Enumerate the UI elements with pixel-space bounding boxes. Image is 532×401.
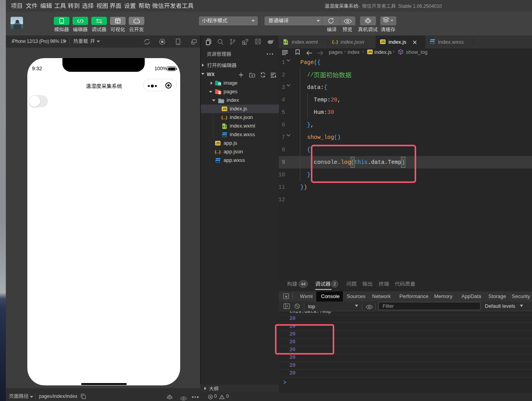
svg-text:JS: JS [368, 50, 372, 54]
svg-text:JS: JS [216, 141, 220, 145]
svg-text:{..}: {..} [332, 39, 338, 44]
svg-text:JS: JS [222, 107, 227, 111]
svg-text:{..}: {..} [215, 149, 221, 154]
svg-text:{..}: {..} [221, 115, 227, 120]
svg-text:JS: JS [381, 40, 385, 44]
